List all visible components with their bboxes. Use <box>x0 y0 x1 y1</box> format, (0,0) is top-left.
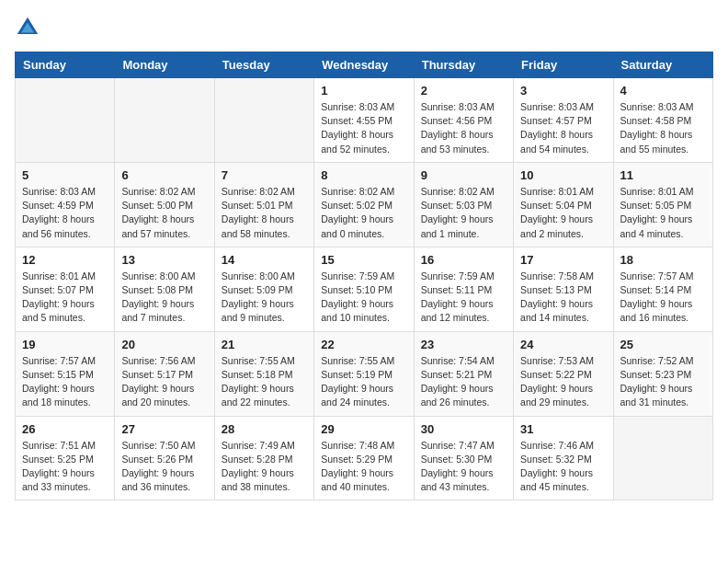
calendar-day-cell: 30Sunrise: 7:47 AM Sunset: 5:30 PM Dayli… <box>414 416 513 500</box>
calendar-day-cell: 10Sunrise: 8:01 AM Sunset: 5:04 PM Dayli… <box>514 162 613 247</box>
calendar-day-cell: 7Sunrise: 8:02 AM Sunset: 5:01 PM Daylig… <box>214 162 313 247</box>
day-number: 11 <box>620 168 706 182</box>
day-number: 1 <box>321 84 406 98</box>
day-number: 8 <box>321 168 406 182</box>
day-info: Sunrise: 7:53 AM Sunset: 5:22 PM Dayligh… <box>520 354 606 410</box>
calendar-day-cell: 26Sunrise: 7:51 AM Sunset: 5:25 PM Dayli… <box>16 416 115 500</box>
day-info: Sunrise: 7:56 AM Sunset: 5:17 PM Dayligh… <box>121 354 207 410</box>
day-of-week-header: Sunday <box>16 52 115 78</box>
calendar-day-cell: 29Sunrise: 7:48 AM Sunset: 5:29 PM Dayli… <box>314 416 414 500</box>
calendar-day-cell: 16Sunrise: 7:59 AM Sunset: 5:11 PM Dayli… <box>414 247 513 331</box>
day-number: 31 <box>520 422 606 436</box>
calendar-day-cell: 24Sunrise: 7:53 AM Sunset: 5:22 PM Dayli… <box>514 331 613 416</box>
day-info: Sunrise: 7:55 AM Sunset: 5:19 PM Dayligh… <box>321 354 406 410</box>
calendar-day-cell: 13Sunrise: 8:00 AM Sunset: 5:08 PM Dayli… <box>115 247 214 331</box>
calendar-day-cell: 9Sunrise: 8:02 AM Sunset: 5:03 PM Daylig… <box>414 162 513 247</box>
day-info: Sunrise: 7:57 AM Sunset: 5:15 PM Dayligh… <box>22 354 108 410</box>
day-info: Sunrise: 7:46 AM Sunset: 5:32 PM Dayligh… <box>520 439 606 495</box>
calendar-day-cell: 22Sunrise: 7:55 AM Sunset: 5:19 PM Dayli… <box>314 331 414 416</box>
day-number: 26 <box>22 422 108 436</box>
day-number: 6 <box>121 168 207 182</box>
calendar-day-cell: 21Sunrise: 7:55 AM Sunset: 5:18 PM Dayli… <box>214 331 313 416</box>
calendar-day-cell: 25Sunrise: 7:52 AM Sunset: 5:23 PM Dayli… <box>613 331 712 416</box>
day-number: 17 <box>520 253 606 267</box>
calendar-day-cell: 3Sunrise: 8:03 AM Sunset: 4:57 PM Daylig… <box>514 78 613 163</box>
day-of-week-header: Saturday <box>613 52 712 78</box>
day-number: 22 <box>321 338 406 351</box>
day-info: Sunrise: 7:59 AM Sunset: 5:10 PM Dayligh… <box>321 270 406 326</box>
day-info: Sunrise: 8:01 AM Sunset: 5:04 PM Dayligh… <box>520 185 606 241</box>
day-number: 20 <box>121 338 207 351</box>
calendar-day-cell: 17Sunrise: 7:58 AM Sunset: 5:13 PM Dayli… <box>514 247 613 331</box>
page-header <box>15 15 713 40</box>
calendar-day-cell: 6Sunrise: 8:02 AM Sunset: 5:00 PM Daylig… <box>115 162 214 247</box>
calendar-day-cell: 20Sunrise: 7:56 AM Sunset: 5:17 PM Dayli… <box>115 331 214 416</box>
day-info: Sunrise: 7:47 AM Sunset: 5:30 PM Dayligh… <box>421 439 506 495</box>
calendar-day-cell: 8Sunrise: 8:02 AM Sunset: 5:02 PM Daylig… <box>314 162 414 247</box>
day-info: Sunrise: 8:03 AM Sunset: 4:57 PM Dayligh… <box>520 100 606 156</box>
day-number: 7 <box>222 168 307 182</box>
calendar-day-cell: 23Sunrise: 7:54 AM Sunset: 5:21 PM Dayli… <box>414 331 513 416</box>
day-info: Sunrise: 7:59 AM Sunset: 5:11 PM Dayligh… <box>421 270 506 326</box>
day-number: 21 <box>222 338 307 351</box>
day-number: 12 <box>22 253 108 267</box>
day-info: Sunrise: 8:00 AM Sunset: 5:09 PM Dayligh… <box>222 270 307 326</box>
calendar-table: SundayMondayTuesdayWednesdayThursdayFrid… <box>15 52 713 500</box>
day-number: 18 <box>620 253 706 267</box>
calendar-day-cell: 15Sunrise: 7:59 AM Sunset: 5:10 PM Dayli… <box>314 247 414 331</box>
day-number: 3 <box>520 84 606 98</box>
day-info: Sunrise: 8:03 AM Sunset: 4:55 PM Dayligh… <box>321 100 406 156</box>
calendar-day-cell: 28Sunrise: 7:49 AM Sunset: 5:28 PM Dayli… <box>214 416 313 500</box>
day-of-week-header: Wednesday <box>314 52 414 78</box>
day-number: 13 <box>121 253 207 267</box>
day-info: Sunrise: 8:03 AM Sunset: 4:58 PM Dayligh… <box>620 100 706 156</box>
day-number: 16 <box>421 253 506 267</box>
day-info: Sunrise: 7:54 AM Sunset: 5:21 PM Dayligh… <box>421 354 506 410</box>
day-info: Sunrise: 8:03 AM Sunset: 4:56 PM Dayligh… <box>421 100 506 156</box>
day-info: Sunrise: 8:01 AM Sunset: 5:07 PM Dayligh… <box>22 270 108 326</box>
day-of-week-header: Friday <box>514 52 613 78</box>
day-info: Sunrise: 8:03 AM Sunset: 4:59 PM Dayligh… <box>22 185 108 241</box>
calendar-day-cell: 31Sunrise: 7:46 AM Sunset: 5:32 PM Dayli… <box>514 416 613 500</box>
calendar-day-cell: 4Sunrise: 8:03 AM Sunset: 4:58 PM Daylig… <box>613 78 712 163</box>
day-info: Sunrise: 7:57 AM Sunset: 5:14 PM Dayligh… <box>620 270 706 326</box>
calendar-day-cell: 19Sunrise: 7:57 AM Sunset: 5:15 PM Dayli… <box>16 331 115 416</box>
day-of-week-header: Tuesday <box>214 52 313 78</box>
calendar-day-cell <box>214 78 313 163</box>
calendar-header-row: SundayMondayTuesdayWednesdayThursdayFrid… <box>16 52 713 78</box>
day-number: 27 <box>121 422 207 436</box>
day-info: Sunrise: 7:48 AM Sunset: 5:29 PM Dayligh… <box>321 439 406 495</box>
calendar-day-cell: 14Sunrise: 8:00 AM Sunset: 5:09 PM Dayli… <box>214 247 313 331</box>
day-info: Sunrise: 7:50 AM Sunset: 5:26 PM Dayligh… <box>121 439 207 495</box>
logo-icon <box>15 15 40 40</box>
day-of-week-header: Monday <box>115 52 214 78</box>
day-number: 25 <box>620 338 706 351</box>
day-info: Sunrise: 7:58 AM Sunset: 5:13 PM Dayligh… <box>520 270 606 326</box>
calendar-week-row: 26Sunrise: 7:51 AM Sunset: 5:25 PM Dayli… <box>16 416 713 500</box>
day-number: 19 <box>22 338 108 351</box>
day-number: 2 <box>421 84 506 98</box>
calendar-day-cell <box>115 78 214 163</box>
calendar-week-row: 5Sunrise: 8:03 AM Sunset: 4:59 PM Daylig… <box>16 162 713 247</box>
day-info: Sunrise: 8:02 AM Sunset: 5:03 PM Dayligh… <box>421 185 506 241</box>
day-number: 15 <box>321 253 406 267</box>
day-info: Sunrise: 7:52 AM Sunset: 5:23 PM Dayligh… <box>620 354 706 410</box>
calendar-day-cell <box>613 416 712 500</box>
day-info: Sunrise: 7:49 AM Sunset: 5:28 PM Dayligh… <box>222 439 307 495</box>
calendar-day-cell: 11Sunrise: 8:01 AM Sunset: 5:05 PM Dayli… <box>613 162 712 247</box>
logo <box>15 15 44 40</box>
day-info: Sunrise: 8:02 AM Sunset: 5:01 PM Dayligh… <box>222 185 307 241</box>
day-info: Sunrise: 8:02 AM Sunset: 5:02 PM Dayligh… <box>321 185 406 241</box>
calendar-day-cell: 18Sunrise: 7:57 AM Sunset: 5:14 PM Dayli… <box>613 247 712 331</box>
day-number: 4 <box>620 84 706 98</box>
day-info: Sunrise: 7:55 AM Sunset: 5:18 PM Dayligh… <box>222 354 307 410</box>
calendar-week-row: 12Sunrise: 8:01 AM Sunset: 5:07 PM Dayli… <box>16 247 713 331</box>
day-number: 5 <box>22 168 108 182</box>
calendar-day-cell: 12Sunrise: 8:01 AM Sunset: 5:07 PM Dayli… <box>16 247 115 331</box>
calendar-day-cell: 5Sunrise: 8:03 AM Sunset: 4:59 PM Daylig… <box>16 162 115 247</box>
day-info: Sunrise: 8:02 AM Sunset: 5:00 PM Dayligh… <box>121 185 207 241</box>
day-of-week-header: Thursday <box>414 52 513 78</box>
day-number: 9 <box>421 168 506 182</box>
day-number: 29 <box>321 422 406 436</box>
calendar-day-cell: 2Sunrise: 8:03 AM Sunset: 4:56 PM Daylig… <box>414 78 513 163</box>
